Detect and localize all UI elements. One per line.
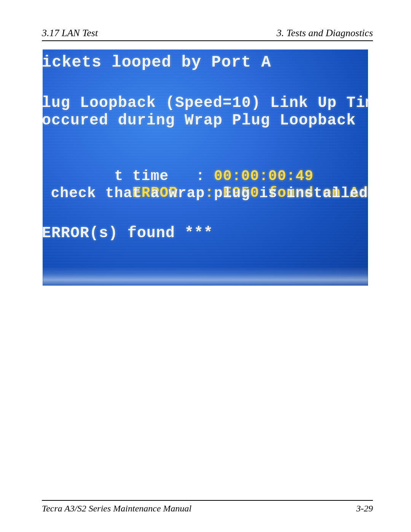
crt-line-errors-found: ERROR(s) found *** xyxy=(43,225,213,242)
footer-rule xyxy=(42,500,373,501)
manual-page: 3.17 LAN Test 3. Tests and Diagnostics i… xyxy=(0,0,411,532)
header-rule xyxy=(42,40,373,41)
header-section-right: 3. Tests and Diagnostics xyxy=(277,27,373,39)
crt-line-loopback1: lug Loopback (Speed=10) Link Up Timeo xyxy=(43,94,368,112)
page-header: 3.17 LAN Test 3. Tests and Diagnostics xyxy=(42,27,373,39)
footer-page-number: 3-29 xyxy=(356,503,373,514)
diagnostic-screenshot: ickets looped by Port A lug Loopback (Sp… xyxy=(43,50,368,286)
crt-text-layer: ickets looped by Port A lug Loopback (Sp… xyxy=(43,50,368,286)
crt-line-check: check that a wrap plug is installed xyxy=(43,185,368,201)
header-section-left: 3.17 LAN Test xyxy=(42,27,98,39)
crt-glare xyxy=(43,267,368,286)
crt-line-packets: ickets looped by Port A xyxy=(43,53,271,72)
footer-manual-title: Tecra A3/S2 Series Maintenance Manual xyxy=(42,503,191,514)
crt-line-loopback2: occured during Wrap Plug Loopback xyxy=(43,112,356,129)
page-footer: Tecra A3/S2 Series Maintenance Manual 3-… xyxy=(42,503,373,514)
